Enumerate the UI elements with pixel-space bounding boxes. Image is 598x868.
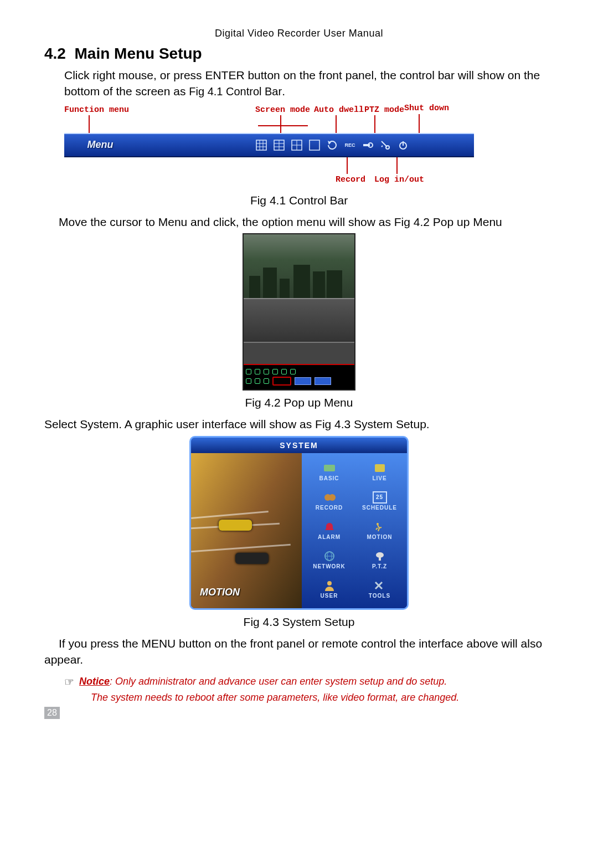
system-item-alarm[interactable]: ALARM	[305, 516, 353, 545]
stem	[374, 115, 375, 133]
section-heading: 4.2 Main Menu Setup	[44, 45, 554, 63]
grid-2x2-icon[interactable]	[291, 139, 303, 151]
stem	[89, 115, 90, 133]
svg-rect-18	[324, 465, 335, 471]
label-screen-mode: Screen mode	[255, 105, 310, 115]
svg-point-15	[386, 146, 389, 149]
label-shut-down: Shut down	[404, 104, 449, 113]
stem	[280, 115, 281, 133]
system-title: SYSTEM	[191, 438, 407, 453]
label-record: Record	[336, 175, 365, 184]
motion-label: MOTION	[200, 587, 240, 598]
page: Digital Video Recorder User Manual 4.2 M…	[0, 0, 598, 729]
svg-point-21	[329, 494, 336, 501]
stem	[347, 157, 348, 174]
system-item-ptz[interactable]: P.T.Z	[355, 546, 404, 574]
system-item-motion[interactable]: MOTION	[355, 516, 404, 545]
section-number: 4.2	[44, 45, 66, 62]
notice-block: ☞ Notice: Only administrator and advance…	[64, 675, 554, 703]
paragraph-3: Select System. A graphic user interface …	[44, 416, 554, 432]
svg-point-28	[327, 581, 332, 585]
popup-road	[244, 298, 354, 342]
system-item-schedule[interactable]: 25SCHEDULE	[355, 487, 404, 515]
stem	[396, 157, 398, 174]
label-ptz-mode: PTZ mode	[364, 105, 404, 115]
fig-4-2-caption: Fig 4.2 Pop up Menu	[44, 396, 554, 409]
stem	[336, 115, 337, 133]
page-header: Digital Video Recorder User Manual	[44, 28, 554, 39]
record-menu-icon	[322, 491, 337, 504]
motion-icon	[373, 521, 387, 533]
system-item-user[interactable]: USER	[305, 575, 353, 603]
live-icon	[373, 462, 387, 474]
paragraph-4: If you press the MENU button on the fron…	[44, 635, 554, 668]
grid-3x3-icon[interactable]	[255, 139, 267, 151]
alarm-icon	[322, 521, 337, 533]
label-log-in-out: Log in/out	[374, 175, 424, 184]
network-icon	[322, 550, 337, 562]
menu-button[interactable]: Menu	[64, 139, 136, 151]
paragraph-2: Move the cursor to Menu and click, the o…	[44, 214, 554, 230]
ptz-icon[interactable]	[362, 139, 374, 151]
power-icon[interactable]	[397, 139, 409, 151]
svg-rect-19	[375, 464, 385, 472]
system-item-basic[interactable]: BASIC	[305, 458, 353, 486]
ptz-menu-icon	[373, 550, 387, 562]
page-number: 28	[44, 707, 60, 719]
auto-dwell-icon[interactable]	[326, 139, 338, 151]
single-view-icon[interactable]	[308, 139, 321, 151]
hand-icon: ☞	[64, 675, 74, 689]
login-icon[interactable]	[379, 139, 391, 151]
popup-menu-strip	[244, 364, 354, 389]
system-item-live[interactable]: LIVE	[355, 458, 404, 486]
label-auto-dwell: Auto dwell	[314, 105, 364, 115]
notice-line-1: ☞ Notice: Only administrator and advance…	[64, 675, 554, 689]
notice-label: Notice	[79, 676, 110, 687]
notice-line-2: The system needs to reboot after some pa…	[91, 692, 554, 703]
popup-sky	[244, 234, 354, 298]
basic-icon	[322, 462, 337, 474]
svg-point-26	[376, 552, 384, 558]
system-item-record[interactable]: RECORD	[305, 487, 353, 515]
tools-icon	[373, 579, 387, 592]
grid-2x3-icon[interactable]	[273, 139, 285, 151]
fig-4-1-caption: Fig 4.1 Control Bar	[44, 194, 554, 207]
control-bar: Menu REC	[64, 133, 474, 157]
schedule-icon: 25	[373, 491, 387, 504]
intro-paragraph: Click right mouse, or press ENTER button…	[64, 67, 554, 100]
system-item-network[interactable]: NETWORK	[305, 546, 353, 574]
record-icon[interactable]: REC	[344, 139, 356, 151]
stem-h	[258, 125, 308, 126]
svg-point-22	[377, 523, 379, 525]
system-item-tools[interactable]: TOOLS	[355, 575, 404, 603]
fig-4-3-caption: Fig 4.3 System Setup	[44, 615, 554, 629]
figure-system-setup: SYSTEM MOTION BASIC LIVE RECORD 25SCHEDU…	[189, 436, 409, 610]
control-bar-icons: REC	[255, 139, 409, 151]
svg-rect-27	[379, 557, 381, 561]
stem	[419, 114, 420, 133]
user-icon	[322, 579, 337, 592]
label-function-menu: Function menu	[64, 105, 129, 115]
figure-popup-menu	[243, 233, 355, 391]
popup-road2	[244, 342, 354, 364]
section-title-text: Main Menu Setup	[75, 45, 202, 62]
svg-rect-12	[310, 140, 319, 150]
system-menu-grid: BASIC LIVE RECORD 25SCHEDULE ALARM MOTIO…	[302, 453, 407, 608]
figure-control-bar: Function menu Screen mode Auto dwell PTZ…	[64, 105, 474, 188]
system-left-image: MOTION	[191, 453, 302, 608]
svg-rect-0	[256, 140, 266, 150]
